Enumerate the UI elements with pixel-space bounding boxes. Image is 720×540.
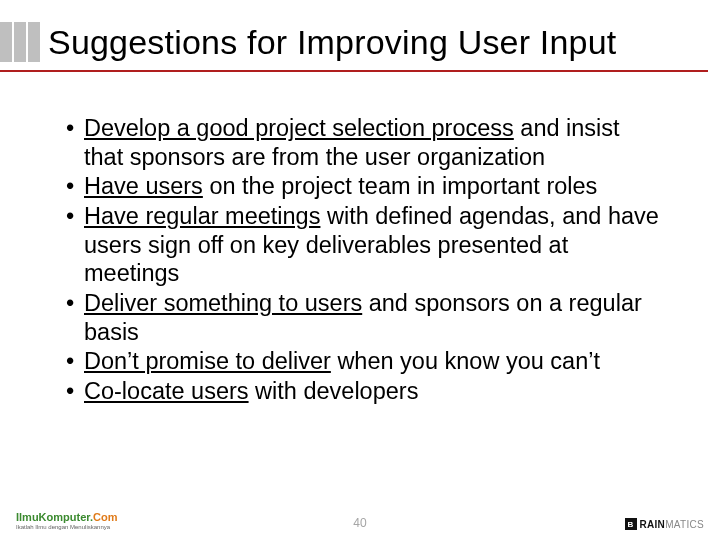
- brand-main: RAIN: [640, 519, 666, 530]
- brainmatics-text: RAINMATICS: [640, 519, 705, 530]
- footer-left-brand: IlmuKomputer.Com: [16, 512, 117, 523]
- footer-left-logo: IlmuKomputer.Com Ikatlah Ilmu dengan Men…: [16, 512, 117, 530]
- list-item: Don’t promise to deliver when you know y…: [66, 347, 662, 376]
- bullet-rest: with developers: [249, 378, 419, 404]
- bullet-rest: when you know you can’t: [331, 348, 600, 374]
- accent-tab: [28, 22, 40, 62]
- list-item: Have users on the project team in import…: [66, 172, 662, 201]
- accent-tab: [0, 22, 12, 62]
- bullet-list: Develop a good project selection process…: [66, 114, 662, 406]
- bullet-underline: Develop a good project selection process: [84, 115, 514, 141]
- slide-header: Suggestions for Improving User Input: [0, 0, 720, 70]
- list-item: Have regular meetings with defined agend…: [66, 202, 662, 288]
- list-item: Co-locate users with developers: [66, 377, 662, 406]
- brand-suffix: MATICS: [665, 519, 704, 530]
- brand-text-orange: Com: [93, 511, 117, 523]
- bullet-underline: Have users: [84, 173, 203, 199]
- bullet-underline: Co-locate users: [84, 378, 249, 404]
- accent-tab: [14, 22, 26, 62]
- bullet-underline: Deliver something to users: [84, 290, 362, 316]
- list-item: Deliver something to users and sponsors …: [66, 289, 662, 346]
- slide-footer: IlmuKomputer.Com Ikatlah Ilmu dengan Men…: [0, 512, 720, 530]
- bullet-rest: on the project team in important roles: [203, 173, 597, 199]
- footer-left-tagline: Ikatlah Ilmu dengan Menuliskannya: [16, 524, 117, 530]
- list-item: Develop a good project selection process…: [66, 114, 662, 171]
- slide-body: Develop a good project selection process…: [0, 72, 720, 406]
- bullet-underline: Don’t promise to deliver: [84, 348, 331, 374]
- header-accent-tabs: [0, 22, 42, 62]
- slide-title: Suggestions for Improving User Input: [48, 23, 616, 62]
- footer-right-logo: B RAINMATICS: [625, 518, 705, 530]
- bullet-underline: Have regular meetings: [84, 203, 320, 229]
- brainmatics-icon: B: [625, 518, 637, 530]
- brand-text-green: IlmuKomputer.: [16, 511, 93, 523]
